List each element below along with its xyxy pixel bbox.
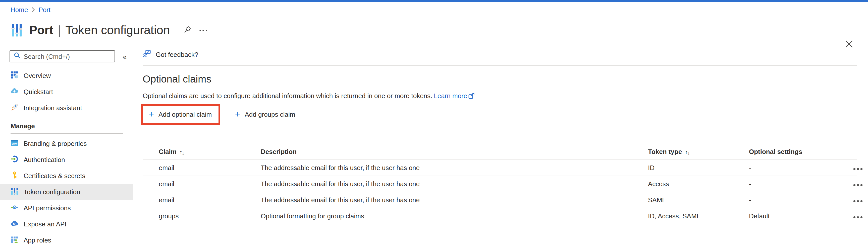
token-type-cell: ID, Access, SAML bbox=[648, 212, 749, 220]
page-title-text: Token configuration bbox=[65, 23, 170, 37]
section-description: Optional claims are used to configure ad… bbox=[143, 91, 857, 100]
ellipsis-icon bbox=[854, 216, 862, 218]
claims-table: Claim ↑↓ Description Token type ↑↓ Optio… bbox=[143, 144, 857, 224]
optional-settings-cell: - bbox=[749, 196, 852, 204]
sidebar-item-label: Branding & properties bbox=[24, 140, 87, 147]
column-header-token-type[interactable]: Token type ↑↓ bbox=[648, 148, 749, 156]
command-bar: Got feedback? bbox=[143, 43, 857, 65]
sidebar: « Overview Quickstart bbox=[0, 43, 133, 244]
close-icon bbox=[845, 40, 853, 49]
got-feedback-button[interactable]: Got feedback? bbox=[143, 50, 198, 59]
sidebar-item-label: Token configuration bbox=[24, 188, 81, 195]
ellipsis-icon bbox=[854, 184, 862, 186]
breadcrumb: Home Port bbox=[0, 2, 868, 17]
sidebar-item-certificates-secrets[interactable]: Certificates & secrets bbox=[0, 167, 133, 184]
sort-icon: ↑↓ bbox=[180, 149, 185, 155]
more-commands-button[interactable] bbox=[199, 28, 208, 32]
sidebar-search-row: « bbox=[0, 50, 133, 62]
sidebar-item-label: Authentication bbox=[24, 156, 65, 163]
content-area: « Overview Quickstart bbox=[0, 43, 868, 244]
claim-cell: groups bbox=[159, 212, 261, 220]
breadcrumb-home-link[interactable]: Home bbox=[10, 6, 28, 13]
sidebar-item-app-roles[interactable]: App roles bbox=[0, 232, 133, 244]
table-row[interactable]: email The addressable email for this use… bbox=[143, 160, 857, 176]
optional-settings-cell: - bbox=[749, 180, 852, 188]
table-row[interactable]: groups Optional formatting for group cla… bbox=[143, 208, 857, 224]
row-menu-button[interactable] bbox=[852, 182, 863, 188]
row-menu-button[interactable] bbox=[852, 198, 863, 204]
token-type-cell: SAML bbox=[648, 196, 749, 204]
rocket-icon bbox=[10, 103, 19, 112]
plus-icon: + bbox=[149, 109, 154, 118]
sidebar-item-branding-properties[interactable]: www Branding & properties bbox=[0, 135, 133, 152]
column-header-claim[interactable]: Claim ↑↓ bbox=[159, 148, 261, 156]
learn-more-link[interactable]: Learn more bbox=[434, 92, 467, 100]
page-header: Port | Token configuration bbox=[0, 17, 868, 43]
search-box[interactable] bbox=[9, 50, 115, 62]
search-input[interactable] bbox=[24, 53, 111, 60]
sidebar-item-expose-an-api[interactable]: Expose an API bbox=[0, 216, 133, 232]
row-menu-button[interactable] bbox=[852, 214, 863, 220]
collapse-sidebar-button[interactable]: « bbox=[123, 53, 127, 60]
claim-actions: + Add optional claim + Add groups claim bbox=[143, 104, 857, 125]
optional-settings-cell: - bbox=[749, 164, 852, 171]
add-optional-claim-label: Add optional claim bbox=[158, 111, 212, 118]
table-header-row: Claim ↑↓ Description Token type ↑↓ Optio… bbox=[143, 144, 857, 160]
description-text: Optional claims are used to configure ad… bbox=[143, 92, 432, 100]
feedback-icon bbox=[143, 50, 151, 59]
sidebar-item-label: API permissions bbox=[24, 204, 71, 212]
column-header-description[interactable]: Description bbox=[261, 148, 648, 156]
table-row[interactable]: email The addressable email for this use… bbox=[143, 176, 857, 192]
azure-portal-page: Home Port Port | Token configuration bbox=[0, 0, 868, 244]
column-label: Description bbox=[261, 148, 297, 156]
sign-in-icon bbox=[10, 155, 19, 164]
claim-cell: email bbox=[159, 164, 261, 171]
breadcrumb-current-link[interactable]: Port bbox=[38, 6, 51, 13]
pin-button[interactable] bbox=[183, 25, 193, 36]
external-link-icon bbox=[467, 92, 475, 100]
command-bar-divider bbox=[143, 65, 857, 66]
pin-icon bbox=[184, 26, 192, 35]
chevron-right-icon bbox=[31, 7, 35, 12]
table-row[interactable]: email The addressable email for this use… bbox=[143, 192, 857, 208]
close-button[interactable] bbox=[844, 39, 854, 50]
got-feedback-label: Got feedback? bbox=[156, 51, 198, 58]
section-title: Optional claims bbox=[143, 74, 857, 85]
add-groups-claim-button[interactable]: + Add groups claim bbox=[235, 110, 296, 119]
description-cell: The addressable email for this user, if … bbox=[261, 196, 648, 204]
token-type-cell: ID bbox=[648, 164, 749, 171]
sidebar-item-authentication[interactable]: Authentication bbox=[0, 152, 133, 167]
claim-cell: email bbox=[159, 196, 261, 204]
sidebar-item-label: Certificates & secrets bbox=[24, 172, 85, 179]
row-menu-button[interactable] bbox=[852, 166, 863, 172]
sidebar-item-integration-assistant[interactable]: Integration assistant bbox=[0, 100, 133, 116]
sidebar-item-overview[interactable]: Overview bbox=[0, 67, 133, 83]
overview-icon bbox=[10, 71, 19, 80]
sidebar-item-token-configuration[interactable]: Token configuration bbox=[0, 184, 133, 200]
quickstart-icon bbox=[10, 87, 19, 96]
sidebar-item-quickstart[interactable]: Quickstart bbox=[0, 83, 133, 100]
add-optional-claim-button[interactable]: + Add optional claim bbox=[149, 110, 212, 119]
token-configuration-icon bbox=[11, 23, 23, 37]
ellipsis-icon bbox=[854, 168, 862, 170]
description-cell: The addressable email for this user, if … bbox=[261, 164, 648, 171]
token-configuration-icon bbox=[10, 187, 19, 196]
app-name: Port bbox=[29, 23, 53, 37]
app-roles-icon bbox=[10, 235, 19, 244]
sidebar-item-api-permissions[interactable]: API permissions bbox=[0, 200, 133, 216]
search-icon bbox=[13, 52, 21, 61]
description-cell: The addressable email for this user, if … bbox=[261, 180, 648, 188]
svg-text:www: www bbox=[11, 142, 17, 145]
optional-settings-cell: Default bbox=[749, 212, 852, 220]
column-label: Optional settings bbox=[749, 148, 802, 156]
add-groups-claim-label: Add groups claim bbox=[245, 111, 296, 118]
main-panel: Got feedback? Optional claims Optional c… bbox=[143, 43, 857, 224]
api-permissions-icon bbox=[10, 203, 19, 213]
sidebar-item-label: Quickstart bbox=[24, 88, 53, 95]
sort-icon: ↑↓ bbox=[685, 149, 690, 155]
sidebar-item-label: App roles bbox=[24, 236, 51, 244]
column-label: Token type bbox=[648, 148, 682, 156]
sidebar-item-label: Overview bbox=[24, 72, 51, 79]
token-type-cell: Access bbox=[648, 180, 749, 188]
plus-icon: + bbox=[235, 109, 240, 118]
